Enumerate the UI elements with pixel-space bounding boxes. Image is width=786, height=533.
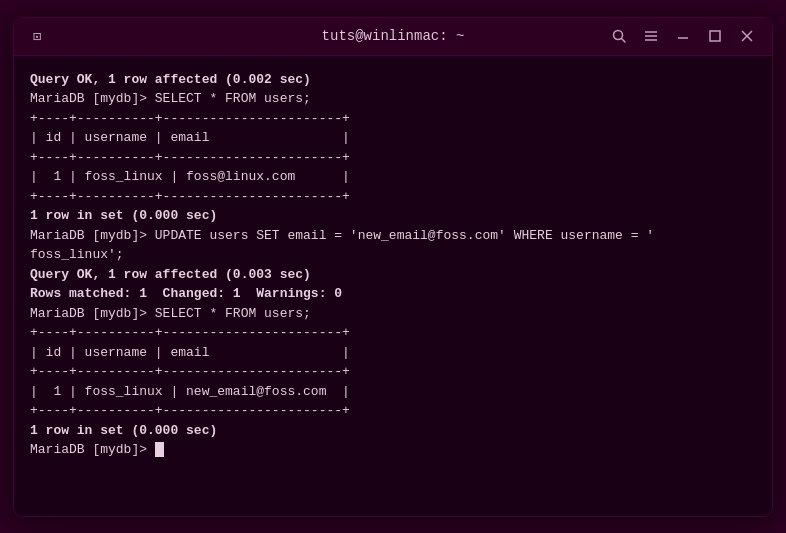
search-icon xyxy=(612,29,626,43)
terminal-line: +----+----------+-----------------------… xyxy=(30,187,756,207)
maximize-icon xyxy=(708,29,722,43)
terminal-body[interactable]: Query OK, 1 row affected (0.002 sec)Mari… xyxy=(14,56,772,516)
terminal-line: Rows matched: 1 Changed: 1 Warnings: 0 xyxy=(30,284,756,304)
terminal-cursor xyxy=(155,442,164,457)
terminal-line: foss_linux'; xyxy=(30,245,756,265)
terminal-line: | 1 | foss_linux | foss@linux.com | xyxy=(30,167,756,187)
close-button[interactable] xyxy=(734,23,760,49)
menu-button[interactable] xyxy=(638,23,664,49)
terminal-line: | id | username | email | xyxy=(30,128,756,148)
terminal-line: 1 row in set (0.000 sec) xyxy=(30,421,756,441)
maximize-button[interactable] xyxy=(702,23,728,49)
terminal-line: +----+----------+-----------------------… xyxy=(30,323,756,343)
window-controls xyxy=(606,23,760,49)
terminal-line: Query OK, 1 row affected (0.002 sec) xyxy=(30,70,756,90)
terminal-line: +----+----------+-----------------------… xyxy=(30,109,756,129)
terminal-line: MariaDB [mydb]> SELECT * FROM users; xyxy=(30,304,756,324)
terminal-line: MariaDB [mydb]> xyxy=(30,440,756,460)
terminal-line: Query OK, 1 row affected (0.003 sec) xyxy=(30,265,756,285)
title-bar-left: ⊡ xyxy=(26,25,48,47)
terminal-line: +----+----------+-----------------------… xyxy=(30,362,756,382)
search-button[interactable] xyxy=(606,23,632,49)
minimize-button[interactable] xyxy=(670,23,696,49)
terminal-line: +----+----------+-----------------------… xyxy=(30,148,756,168)
terminal-line: MariaDB [mydb]> UPDATE users SET email =… xyxy=(30,226,756,246)
close-icon xyxy=(740,29,754,43)
terminal-line: +----+----------+-----------------------… xyxy=(30,401,756,421)
svg-rect-6 xyxy=(710,31,720,41)
menu-icon xyxy=(644,29,658,43)
window-title: tuts@winlinmac: ~ xyxy=(322,28,465,44)
terminal-window: ⊡ tuts@winlinmac: ~ xyxy=(13,17,773,517)
terminal-line: | id | username | email | xyxy=(30,343,756,363)
terminal-line: MariaDB [mydb]> SELECT * FROM users; xyxy=(30,89,756,109)
minimize-icon xyxy=(676,29,690,43)
terminal-line: 1 row in set (0.000 sec) xyxy=(30,206,756,226)
terminal-icon: ⊡ xyxy=(26,25,48,47)
svg-line-1 xyxy=(622,39,626,43)
terminal-line: | 1 | foss_linux | new_email@foss.com | xyxy=(30,382,756,402)
title-bar: ⊡ tuts@winlinmac: ~ xyxy=(14,18,772,56)
